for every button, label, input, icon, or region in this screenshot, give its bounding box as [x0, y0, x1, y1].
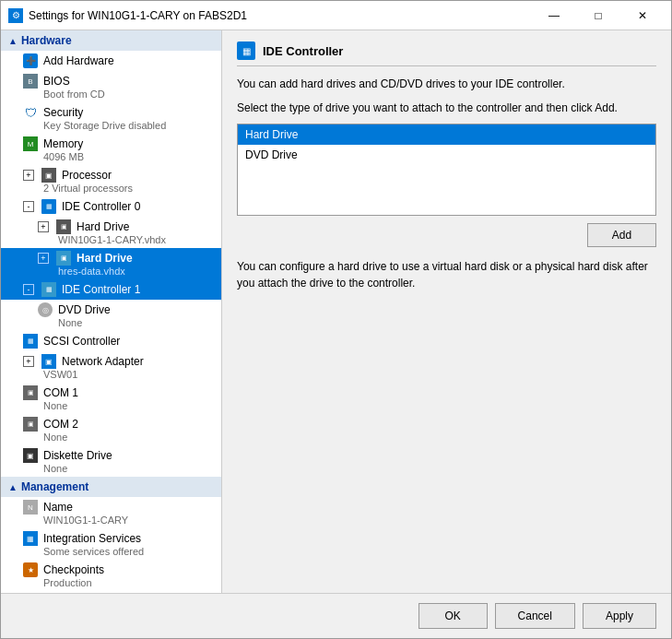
ide0-icon: ▦ [41, 199, 56, 214]
add-button[interactable]: Add [587, 223, 656, 247]
sidebar-item-hd1[interactable]: + ▣ Hard Drive hres-data.vhdx [1, 248, 221, 279]
com2-icon: ▣ [23, 417, 38, 432]
memory-icon: M [23, 136, 38, 151]
ide0-expand-icon[interactable]: - [23, 201, 34, 212]
sidebar-hardware-header: ▲ Hardware [1, 30, 221, 51]
sidebar-item-diskette[interactable]: ▣ Diskette Drive None [1, 445, 221, 477]
integration-icon: ▦ [23, 531, 38, 546]
checkpoints-icon: ★ [23, 562, 38, 577]
sidebar-item-dvd0[interactable]: ◎ DVD Drive None [1, 300, 221, 331]
panel-title: IDE Controller [263, 44, 343, 58]
hardware-expand-icon[interactable]: ▲ [8, 36, 18, 46]
settings-window: ⚙ Settings for WIN10G1-1-CARY on FABS2D1… [0, 0, 672, 639]
bios-icon: B [23, 74, 38, 89]
hd0-icon: ▣ [56, 219, 71, 234]
apply-button[interactable]: Apply [583, 603, 656, 629]
sidebar-item-processor[interactable]: + ▣ Processor 2 Virtual processors [1, 165, 221, 196]
sidebar-item-name[interactable]: N Name WIN10G1-1-CARY [1, 497, 221, 528]
sidebar-item-com1[interactable]: ▣ COM 1 None [1, 383, 221, 414]
processor-expand-icon[interactable]: + [23, 170, 34, 181]
name-icon: N [23, 500, 38, 515]
sidebar-item-network[interactable]: + ▣ Network Adapter VSW01 [1, 351, 221, 383]
sidebar-item-bios[interactable]: B BIOS Boot from CD [1, 71, 221, 102]
hd1-expand-icon[interactable]: + [38, 253, 49, 264]
description-text-1: You can add hard drives and CD/DVD drive… [237, 76, 656, 92]
maximize-button[interactable]: □ [577, 2, 619, 30]
hd1-icon: ▣ [56, 251, 71, 266]
cancel-button[interactable]: Cancel [495, 603, 575, 629]
management-expand-icon[interactable]: ▲ [8, 482, 18, 492]
security-icon: 🛡 [23, 105, 38, 120]
title-bar: ⚙ Settings for WIN10G1-1-CARY on FABS2D1… [1, 1, 671, 30]
ide1-icon: ▦ [41, 282, 56, 297]
ide1-expand-icon[interactable]: - [23, 284, 34, 295]
sidebar-item-ide0[interactable]: - ▦ IDE Controller 0 [1, 196, 221, 217]
hardware-header-label: Hardware [21, 34, 72, 47]
info-text: You can configure a hard drive to use a … [237, 258, 656, 291]
main-panel: ▦ IDE Controller You can add hard drives… [222, 30, 671, 593]
description-text-2: Select the type of drive you want to att… [237, 100, 656, 116]
sidebar-management-header: ▲ Management [1, 477, 221, 497]
content-area: ▲ Hardware ➕ Add Hardware B BIOS [1, 30, 671, 593]
sidebar-item-add-hardware[interactable]: ➕ Add Hardware [1, 51, 221, 71]
sidebar-item-scsi[interactable]: ▦ SCSI Controller [1, 331, 221, 351]
sidebar-item-checkpoints[interactable]: ★ Checkpoints Production [1, 560, 221, 591]
sidebar-item-hd0[interactable]: + ▣ Hard Drive WIN10G1-1-CARY.vhdx [1, 217, 221, 248]
sidebar-item-com2[interactable]: ▣ COM 2 None [1, 414, 221, 445]
add-hardware-icon: ➕ [23, 53, 38, 68]
network-icon: ▣ [41, 354, 56, 369]
network-expand-icon[interactable]: + [23, 356, 34, 367]
add-btn-row: Add [237, 223, 656, 247]
minimize-button[interactable]: — [533, 2, 575, 30]
drive-option-dvd-drive[interactable]: DVD Drive [238, 145, 655, 165]
window-icon: ⚙ [8, 8, 23, 23]
drive-option-hard-drive[interactable]: Hard Drive [238, 124, 655, 145]
diskette-icon: ▣ [23, 448, 38, 463]
drive-list: Hard Drive DVD Drive [237, 124, 656, 216]
sidebar-item-security[interactable]: 🛡 Security Key Storage Drive disabled [1, 102, 221, 134]
sidebar-item-ide1[interactable]: - ▦ IDE Controller 1 [1, 279, 221, 300]
footer: OK Cancel Apply [1, 593, 671, 638]
sidebar: ▲ Hardware ➕ Add Hardware B BIOS [1, 30, 222, 593]
management-header-label: Management [21, 480, 88, 493]
sidebar-item-memory[interactable]: M Memory 4096 MB [1, 134, 221, 165]
panel-header: ▦ IDE Controller [237, 41, 656, 66]
com1-icon: ▣ [23, 385, 38, 400]
window-title: Settings for WIN10G1-1-CARY on FABS2D1 [29, 9, 533, 22]
close-button[interactable]: ✕ [621, 2, 664, 30]
ok-button[interactable]: OK [419, 603, 488, 629]
panel-icon: ▦ [237, 41, 255, 60]
processor-icon: ▣ [41, 168, 56, 183]
sidebar-item-integration[interactable]: ▦ Integration Services Some services off… [1, 528, 221, 560]
title-bar-buttons: — □ ✕ [533, 2, 664, 30]
dvd0-icon: ◎ [38, 302, 53, 317]
scsi-icon: ▦ [23, 334, 38, 349]
hd0-expand-icon[interactable]: + [38, 221, 49, 232]
